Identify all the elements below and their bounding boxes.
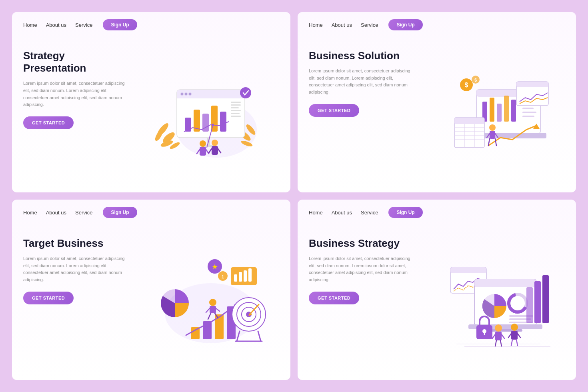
svg-line-124: [492, 334, 495, 338]
nav-signup-btn-2[interactable]: Sign Up: [388, 19, 422, 30]
svg-rect-49: [511, 100, 516, 122]
svg-line-125: [502, 334, 504, 338]
card-body-2: Business Solution Lorem ipsum dolor sit …: [298, 38, 576, 192]
svg-rect-21: [231, 104, 241, 106]
card-business-solution: Home About us Service Sign Up Business S…: [298, 12, 576, 192]
svg-text:$: $: [474, 78, 477, 82]
text-section-3: Target Business Lorem ipsum dolor sit am…: [23, 233, 131, 369]
svg-rect-54: [522, 116, 534, 117]
nav-about-1[interactable]: About us: [46, 22, 66, 28]
svg-point-28: [240, 87, 251, 98]
svg-rect-81: [244, 270, 247, 282]
strategy-svg: [145, 66, 265, 162]
svg-line-133: [516, 340, 518, 346]
svg-point-14: [189, 92, 192, 95]
nav-about-3[interactable]: About us: [46, 210, 66, 216]
svg-point-33: [212, 140, 218, 146]
card-title-4: Business Strategy: [309, 237, 412, 250]
text-section-2: Business Solution Lorem ipsum dolor sit …: [309, 46, 416, 181]
nav-home-2[interactable]: Home: [309, 22, 323, 28]
svg-rect-82: [248, 268, 252, 282]
svg-point-67: [489, 124, 496, 131]
svg-rect-25: [231, 116, 241, 117]
card-strategy-presentation: Home About us Service Sign Up Strategy P…: [12, 12, 290, 192]
illustration-3: ★ 1: [131, 233, 279, 369]
svg-rect-46: [490, 98, 494, 122]
nav-card3: Home About us Service Sign Up: [12, 200, 290, 225]
text-section-4: Business Strategy Lorem ipsum dolor sit …: [309, 233, 416, 369]
nav-card4: Home About us Service Sign Up: [298, 200, 576, 225]
business-strategy-svg: [428, 255, 552, 347]
svg-rect-59: [454, 118, 484, 124]
nav-home-1[interactable]: Home: [23, 22, 37, 28]
svg-point-13: [185, 92, 188, 95]
card-desc-4: Lorem ipsum dolor sit amet, consectetuer…: [309, 255, 412, 283]
svg-point-122: [495, 324, 502, 332]
svg-rect-99: [210, 306, 216, 313]
get-started-btn-1[interactable]: GET STARTED: [23, 116, 74, 129]
nav-card1: Home About us Service Sign Up: [12, 12, 290, 38]
svg-point-29: [200, 140, 206, 147]
svg-rect-52: [522, 108, 534, 109]
get-started-btn-4[interactable]: GET STARTED: [309, 292, 359, 304]
card-title-1: Strategy Presentation: [23, 50, 127, 74]
svg-rect-30: [200, 147, 206, 156]
card-desc-2: Lorem ipsum dolor sit amet, consectetuer…: [309, 68, 412, 96]
svg-rect-48: [504, 96, 509, 122]
svg-rect-24: [231, 113, 240, 114]
svg-rect-11: [177, 95, 245, 98]
card-desc-3: Lorem ipsum dolor sit amet, consectetuer…: [23, 255, 127, 283]
svg-rect-68: [490, 131, 495, 139]
nav-about-4[interactable]: About us: [332, 210, 352, 216]
svg-line-127: [500, 340, 502, 346]
nav-signup-btn-1[interactable]: Sign Up: [103, 19, 137, 30]
svg-line-130: [508, 334, 511, 338]
svg-rect-57: [516, 82, 548, 87]
svg-rect-20: [231, 102, 241, 103]
grid-container: Home About us Service Sign Up Strategy P…: [0, 0, 588, 392]
svg-point-128: [511, 324, 518, 331]
svg-point-38: [212, 124, 214, 126]
svg-text:$: $: [465, 82, 468, 88]
svg-rect-129: [511, 331, 518, 340]
illustration-1: [131, 46, 279, 181]
nav-card2: Home About us Service Sign Up: [298, 12, 576, 38]
svg-rect-23: [231, 110, 241, 111]
nav-about-2[interactable]: About us: [332, 22, 352, 28]
svg-text:★: ★: [212, 263, 218, 271]
nav-service-1[interactable]: Service: [75, 22, 92, 28]
nav-service-3[interactable]: Service: [75, 210, 92, 216]
svg-rect-117: [534, 281, 541, 323]
svg-line-126: [495, 340, 496, 346]
get-started-btn-2[interactable]: GET STARTED: [309, 104, 359, 117]
card-title-3: Target Business: [23, 237, 127, 250]
card-target-business: Home About us Service Sign Up Target Bus…: [12, 200, 290, 380]
svg-point-98: [209, 299, 216, 306]
svg-rect-123: [495, 332, 502, 340]
card-desc-1: Lorem ipsum dolor sit amet, consectetuer…: [23, 80, 127, 108]
svg-rect-19: [220, 112, 226, 132]
target-business-svg: ★ 1: [143, 255, 267, 347]
get-started-btn-3[interactable]: GET STARTED: [23, 292, 74, 304]
nav-service-4[interactable]: Service: [361, 210, 378, 216]
svg-rect-80: [239, 272, 242, 282]
business-solution-svg: $ $: [428, 66, 552, 162]
svg-rect-47: [497, 104, 502, 122]
svg-point-12: [181, 92, 184, 95]
svg-line-131: [518, 334, 520, 338]
card-body-3: Target Business Lorem ipsum dolor sit am…: [12, 225, 290, 380]
nav-service-2[interactable]: Service: [361, 22, 378, 28]
svg-rect-34: [212, 146, 218, 155]
card-body-1: Strategy Presentation Lorem ipsum dolor …: [12, 38, 290, 192]
svg-rect-22: [231, 107, 239, 108]
nav-home-3[interactable]: Home: [23, 210, 37, 216]
svg-rect-53: [522, 112, 536, 113]
card-title-2: Business Solution: [309, 50, 412, 62]
nav-signup-btn-4[interactable]: Sign Up: [388, 207, 422, 218]
nav-signup-btn-3[interactable]: Sign Up: [103, 207, 137, 218]
svg-rect-79: [234, 274, 237, 282]
illustration-4: [416, 233, 565, 369]
svg-rect-116: [526, 287, 533, 323]
svg-rect-107: [474, 279, 536, 287]
nav-home-4[interactable]: Home: [309, 210, 323, 216]
